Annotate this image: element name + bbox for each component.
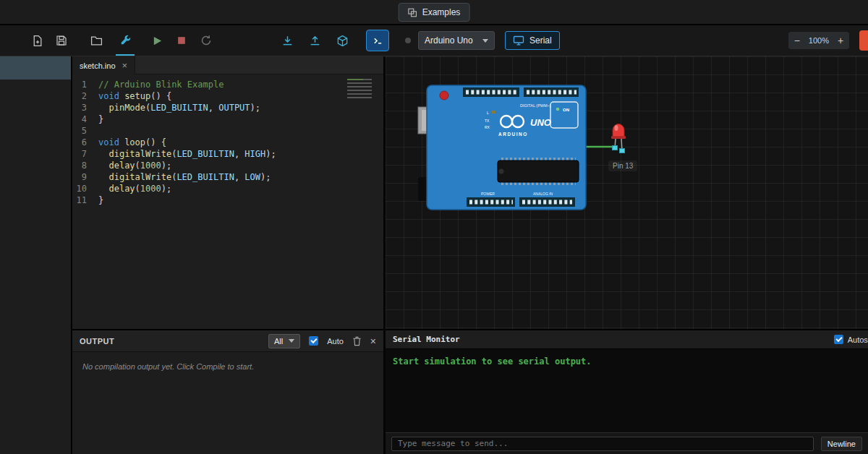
stop-button[interactable] (172, 25, 191, 56)
output-close-icon[interactable]: × (370, 336, 376, 346)
board-select[interactable]: Arduino Uno (418, 31, 495, 50)
simulation-canvas[interactable]: DIGITAL (PWM~) ON L TX RX UNO ARDUINO (386, 56, 868, 329)
board-model-label: UNO (530, 117, 551, 128)
tx-label: TX (485, 119, 490, 123)
code-line: 7 digitalWrite(LED_BUILTIN, HIGH); (72, 148, 383, 160)
sidebar-item-active-file[interactable] (0, 56, 71, 80)
toolbar: Arduino Uno Serial − 100% + (0, 25, 868, 56)
play-icon (152, 35, 163, 46)
builtin-led (492, 111, 495, 113)
library-button[interactable] (333, 25, 352, 56)
code-lines: 1// Arduino Blink Example2void setup() {… (72, 79, 383, 206)
led-pad-anode (613, 146, 618, 150)
serial-input-row: Newline (386, 432, 868, 454)
restart-button[interactable] (197, 25, 216, 56)
chip-notch (499, 169, 504, 174)
examples-icon (408, 8, 417, 17)
cube-icon (336, 35, 349, 47)
file-sidebar (0, 56, 72, 454)
led-highlight (615, 125, 618, 131)
zoom-in-button[interactable]: + (832, 32, 849, 49)
line-number: 10 (72, 183, 98, 194)
top-bar: Examples (0, 0, 868, 25)
autoscroll-control: Autoscroll (834, 335, 868, 344)
output-title: OUTPUT (80, 337, 114, 346)
arduino-uno-board[interactable]: DIGITAL (PWM~) ON L TX RX UNO ARDUINO (418, 85, 586, 210)
atmega-chip (498, 160, 579, 182)
editor-column: sketch.ino × 1// Arduino Blink Example2v… (72, 56, 383, 454)
line-number: 5 (72, 125, 98, 137)
code-line: 4} (72, 113, 383, 125)
line-number: 4 (72, 113, 98, 125)
output-panel-header: OUTPUT All Auto × (72, 330, 383, 352)
output-filter-value: All (274, 337, 283, 346)
folder-icon (90, 35, 103, 47)
output-panel: OUTPUT All Auto × No compilation output … (72, 329, 383, 454)
serial-message-input[interactable] (391, 437, 814, 451)
terminal-button[interactable] (366, 30, 389, 51)
terminal-icon (373, 35, 383, 46)
arduino-simulator-app: Examples (0, 0, 868, 454)
open-folder-button[interactable] (87, 25, 106, 56)
analog-label: ANALOG IN (533, 192, 553, 196)
editor-tab-bar: sketch.ino × (72, 56, 383, 74)
serial-monitor-header: Serial Monitor Autoscroll (386, 330, 868, 349)
zoom-control: − 100% + (788, 32, 849, 49)
editor-minimap[interactable] (347, 79, 372, 98)
line-number: 7 (72, 148, 98, 160)
build-tool-button[interactable] (116, 25, 135, 56)
zoom-level: 100% (806, 36, 832, 45)
tab-label: sketch.ino (80, 61, 116, 70)
board-select-value: Arduino Uno (425, 35, 473, 46)
pcb (427, 85, 586, 210)
new-file-button[interactable] (27, 25, 46, 56)
code-line: 3 pinMode(LED_BUILTIN, OUTPUT); (72, 102, 383, 113)
output-auto-checkbox[interactable] (309, 336, 318, 346)
clear-output-button[interactable] (352, 336, 362, 346)
save-button[interactable] (52, 25, 71, 56)
newline-mode-button[interactable]: Newline (821, 437, 862, 451)
led-pad-cathode (620, 149, 625, 153)
autoscroll-checkbox[interactable] (834, 335, 843, 344)
line-number: 6 (72, 137, 98, 148)
serial-monitor-title: Serial Monitor (393, 335, 460, 344)
line-number: 1 (72, 79, 98, 90)
run-button[interactable] (148, 25, 166, 56)
download-icon (281, 35, 294, 47)
serial-toggle-label: Serial (529, 35, 552, 46)
download-button[interactable] (278, 25, 297, 56)
code-line: 11} (72, 194, 383, 206)
line-number: 8 (72, 160, 98, 171)
line-number: 2 (72, 90, 98, 102)
code-line: 5 (72, 125, 383, 137)
code-line: 10 delay(1000); (72, 183, 383, 194)
power-label: POWER (481, 192, 495, 196)
chevron-down-icon (482, 39, 488, 43)
stop-icon (176, 35, 187, 46)
chevron-down-icon (289, 339, 294, 343)
zoom-out-button[interactable]: − (788, 32, 806, 49)
circuit-svg: DIGITAL (PWM~) ON L TX RX UNO ARDUINO (386, 56, 868, 329)
output-filter-select[interactable]: All (268, 334, 300, 348)
reset-button[interactable] (440, 91, 448, 100)
upload-icon (309, 35, 321, 47)
tab-sketch-ino[interactable]: sketch.ino × (72, 56, 135, 74)
l-led-label: L (487, 111, 489, 115)
edge-cutoff-button[interactable] (859, 30, 868, 51)
line-number: 3 (72, 102, 98, 113)
save-icon (56, 35, 67, 46)
tab-close-icon[interactable]: × (122, 61, 128, 70)
line-number: 9 (72, 171, 98, 183)
wrench-icon (119, 34, 132, 46)
monitor-icon (513, 35, 524, 46)
serial-output-text: Start simulation to see serial output. (386, 349, 868, 432)
code-editor[interactable]: 1// Arduino Blink Example2void setup() {… (72, 74, 383, 329)
upload-button[interactable] (305, 25, 324, 56)
new-file-icon (31, 35, 43, 47)
code-line: 1// Arduino Blink Example (72, 79, 383, 90)
board-brand-label: ARDUINO (498, 132, 528, 137)
code-line: 9 digitalWrite(LED_BUILTIN, LOW); (72, 171, 383, 183)
serial-toggle-button[interactable]: Serial (505, 31, 560, 50)
led-component[interactable] (611, 124, 626, 153)
examples-button[interactable]: Examples (399, 3, 470, 22)
